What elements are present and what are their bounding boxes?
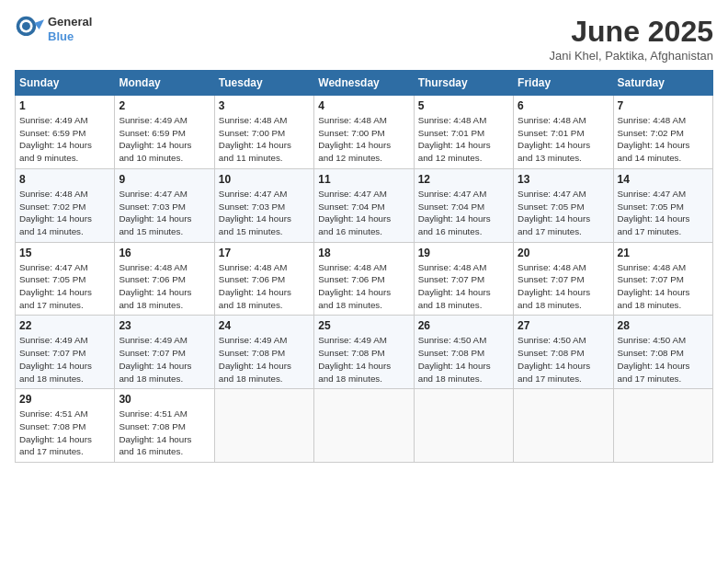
day-number: 9 (119, 173, 210, 186)
calendar-cell: 5Sunrise: 4:48 AM Sunset: 7:01 PM Daylig… (414, 96, 513, 169)
day-info: Sunrise: 4:47 AM Sunset: 7:04 PM Dayligh… (418, 188, 509, 238)
day-info: Sunrise: 4:49 AM Sunset: 6:59 PM Dayligh… (19, 114, 110, 165)
calendar-week-2: 8Sunrise: 4:48 AM Sunset: 7:02 PM Daylig… (16, 168, 713, 242)
day-info: Sunrise: 4:48 AM Sunset: 7:06 PM Dayligh… (119, 261, 210, 312)
day-number: 23 (119, 319, 210, 332)
calendar-cell (214, 389, 313, 463)
day-info: Sunrise: 4:47 AM Sunset: 7:05 PM Dayligh… (19, 261, 110, 312)
calendar-cell: 24Sunrise: 4:49 AM Sunset: 7:08 PM Dayli… (214, 316, 313, 389)
calendar-cell: 8Sunrise: 4:48 AM Sunset: 7:02 PM Daylig… (16, 168, 115, 242)
day-number: 2 (119, 99, 210, 112)
calendar-cell (613, 389, 712, 463)
calendar-cell: 23Sunrise: 4:49 AM Sunset: 7:07 PM Dayli… (115, 316, 214, 389)
day-info: Sunrise: 4:48 AM Sunset: 7:07 PM Dayligh… (418, 261, 509, 312)
day-number: 24 (219, 319, 310, 332)
calendar-cell: 6Sunrise: 4:48 AM Sunset: 7:01 PM Daylig… (514, 96, 613, 169)
day-info: Sunrise: 4:50 AM Sunset: 7:08 PM Dayligh… (418, 334, 509, 385)
calendar-week-1: 1Sunrise: 4:49 AM Sunset: 6:59 PM Daylig… (16, 96, 713, 169)
svg-point-2 (22, 22, 30, 30)
calendar-cell: 2Sunrise: 4:49 AM Sunset: 6:59 PM Daylig… (115, 96, 214, 169)
day-number: 20 (518, 247, 609, 259)
calendar-cell: 3Sunrise: 4:48 AM Sunset: 7:00 PM Daylig… (214, 96, 313, 169)
calendar-cell: 16Sunrise: 4:48 AM Sunset: 7:06 PM Dayli… (115, 242, 214, 316)
day-number: 4 (318, 99, 409, 112)
calendar-cell: 29Sunrise: 4:51 AM Sunset: 7:08 PM Dayli… (16, 389, 115, 463)
day-info: Sunrise: 4:51 AM Sunset: 7:08 PM Dayligh… (119, 408, 210, 458)
day-info: Sunrise: 4:48 AM Sunset: 7:00 PM Dayligh… (318, 114, 409, 165)
day-number: 12 (418, 173, 509, 186)
day-number: 11 (318, 173, 409, 186)
day-number: 18 (318, 247, 409, 259)
calendar-cell: 25Sunrise: 4:49 AM Sunset: 7:08 PM Dayli… (314, 316, 414, 389)
day-info: Sunrise: 4:48 AM Sunset: 7:07 PM Dayligh… (618, 261, 709, 312)
calendar-cell: 19Sunrise: 4:48 AM Sunset: 7:07 PM Dayli… (414, 242, 513, 316)
day-info: Sunrise: 4:47 AM Sunset: 7:05 PM Dayligh… (618, 188, 709, 238)
calendar-cell: 9Sunrise: 4:47 AM Sunset: 7:03 PM Daylig… (115, 168, 214, 242)
calendar-week-5: 29Sunrise: 4:51 AM Sunset: 7:08 PM Dayli… (16, 389, 713, 463)
day-info: Sunrise: 4:50 AM Sunset: 7:08 PM Dayligh… (618, 334, 709, 385)
logo: General Blue (15, 15, 92, 44)
day-number: 16 (119, 247, 210, 259)
day-number: 5 (418, 99, 509, 112)
day-info: Sunrise: 4:49 AM Sunset: 7:08 PM Dayligh… (219, 334, 310, 385)
day-info: Sunrise: 4:47 AM Sunset: 7:05 PM Dayligh… (518, 188, 609, 238)
header-sunday: Sunday (16, 71, 115, 96)
day-number: 19 (418, 247, 509, 259)
calendar-cell: 21Sunrise: 4:48 AM Sunset: 7:07 PM Dayli… (613, 242, 712, 316)
day-number: 28 (618, 319, 709, 332)
calendar-header-row: SundayMondayTuesdayWednesdayThursdayFrid… (16, 71, 713, 96)
day-number: 17 (219, 247, 310, 259)
header-saturday: Saturday (613, 71, 712, 96)
day-info: Sunrise: 4:48 AM Sunset: 7:07 PM Dayligh… (518, 261, 609, 312)
day-info: Sunrise: 4:48 AM Sunset: 7:02 PM Dayligh… (618, 114, 709, 165)
day-number: 15 (19, 247, 110, 259)
header-friday: Friday (514, 71, 613, 96)
day-info: Sunrise: 4:47 AM Sunset: 7:04 PM Dayligh… (318, 188, 409, 238)
calendar-cell: 12Sunrise: 4:47 AM Sunset: 7:04 PM Dayli… (414, 168, 513, 242)
day-info: Sunrise: 4:49 AM Sunset: 7:07 PM Dayligh… (19, 334, 110, 385)
page-header: General Blue June 2025 Jani Khel, Paktik… (15, 15, 713, 63)
calendar-cell: 20Sunrise: 4:48 AM Sunset: 7:07 PM Dayli… (514, 242, 613, 316)
month-title: June 2025 (549, 15, 713, 49)
calendar-cell: 4Sunrise: 4:48 AM Sunset: 7:00 PM Daylig… (314, 96, 414, 169)
day-info: Sunrise: 4:48 AM Sunset: 7:00 PM Dayligh… (219, 114, 310, 165)
calendar-cell: 17Sunrise: 4:48 AM Sunset: 7:06 PM Dayli… (214, 242, 313, 316)
calendar-cell (314, 389, 414, 463)
title-block: June 2025 Jani Khel, Paktika, Afghanista… (549, 15, 713, 63)
day-number: 21 (618, 247, 709, 259)
calendar-cell: 14Sunrise: 4:47 AM Sunset: 7:05 PM Dayli… (613, 168, 712, 242)
day-number: 30 (119, 393, 210, 406)
calendar-table: SundayMondayTuesdayWednesdayThursdayFrid… (15, 70, 713, 463)
day-number: 25 (318, 319, 409, 332)
day-info: Sunrise: 4:47 AM Sunset: 7:03 PM Dayligh… (119, 188, 210, 238)
calendar-cell: 11Sunrise: 4:47 AM Sunset: 7:04 PM Dayli… (314, 168, 414, 242)
day-number: 27 (518, 319, 609, 332)
logo-line2: Blue (48, 29, 92, 44)
day-number: 22 (19, 319, 110, 332)
calendar-cell: 22Sunrise: 4:49 AM Sunset: 7:07 PM Dayli… (16, 316, 115, 389)
calendar-week-3: 15Sunrise: 4:47 AM Sunset: 7:05 PM Dayli… (16, 242, 713, 316)
calendar-cell: 28Sunrise: 4:50 AM Sunset: 7:08 PM Dayli… (613, 316, 712, 389)
day-number: 10 (219, 173, 310, 186)
header-monday: Monday (115, 71, 214, 96)
day-number: 13 (518, 173, 609, 186)
location-subtitle: Jani Khel, Paktika, Afghanistan (549, 49, 713, 63)
day-number: 6 (518, 99, 609, 112)
logo-line1: General (48, 15, 92, 29)
day-number: 8 (19, 173, 110, 186)
day-number: 7 (618, 99, 709, 112)
svg-marker-3 (34, 19, 44, 29)
calendar-cell: 26Sunrise: 4:50 AM Sunset: 7:08 PM Dayli… (414, 316, 513, 389)
day-info: Sunrise: 4:51 AM Sunset: 7:08 PM Dayligh… (19, 408, 110, 458)
calendar-cell: 18Sunrise: 4:48 AM Sunset: 7:06 PM Dayli… (314, 242, 414, 316)
day-info: Sunrise: 4:48 AM Sunset: 7:01 PM Dayligh… (418, 114, 509, 165)
calendar-cell (414, 389, 513, 463)
day-info: Sunrise: 4:47 AM Sunset: 7:03 PM Dayligh… (219, 188, 310, 238)
day-info: Sunrise: 4:49 AM Sunset: 7:07 PM Dayligh… (119, 334, 210, 385)
day-info: Sunrise: 4:48 AM Sunset: 7:02 PM Dayligh… (19, 188, 110, 238)
day-info: Sunrise: 4:49 AM Sunset: 7:08 PM Dayligh… (318, 334, 409, 385)
day-number: 3 (219, 99, 310, 112)
day-info: Sunrise: 4:48 AM Sunset: 7:01 PM Dayligh… (518, 114, 609, 165)
day-number: 14 (618, 173, 709, 186)
header-tuesday: Tuesday (214, 71, 313, 96)
